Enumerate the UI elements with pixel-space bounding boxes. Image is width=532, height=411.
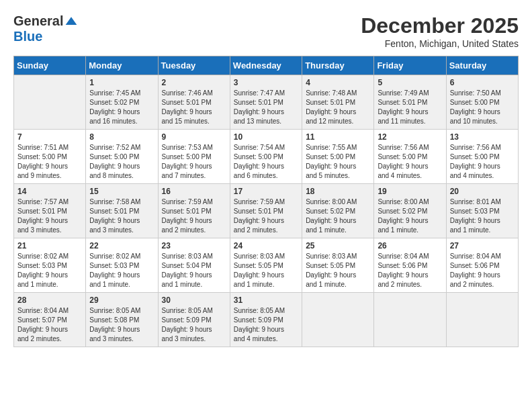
day-info: Sunrise: 7:49 AM Sunset: 5:01 PM Dayligh… [378, 89, 442, 126]
calendar-day-header: Monday [86, 56, 158, 75]
calendar-day-cell: 6Sunrise: 7:50 AM Sunset: 5:00 PM Daylig… [446, 75, 518, 130]
day-info: Sunrise: 7:56 AM Sunset: 5:00 PM Dayligh… [450, 143, 515, 181]
day-number: 21 [17, 241, 82, 250]
day-number: 28 [17, 295, 82, 305]
calendar-day-header: Thursday [302, 56, 374, 75]
calendar-day-cell: 9Sunrise: 7:53 AM Sunset: 5:00 PM Daylig… [158, 130, 230, 184]
calendar-day-cell: 3Sunrise: 7:47 AM Sunset: 5:01 PM Daylig… [230, 75, 302, 130]
calendar-day-cell: 8Sunrise: 7:52 AM Sunset: 5:00 PM Daylig… [86, 130, 158, 184]
day-info: Sunrise: 8:03 AM Sunset: 5:04 PM Dayligh… [162, 252, 226, 289]
calendar-body: 1Sunrise: 7:45 AM Sunset: 5:02 PM Daylig… [14, 75, 519, 347]
day-info: Sunrise: 7:59 AM Sunset: 5:01 PM Dayligh… [234, 197, 298, 235]
day-number: 4 [306, 78, 370, 87]
day-info: Sunrise: 7:57 AM Sunset: 5:01 PM Dayligh… [17, 197, 82, 235]
day-info: Sunrise: 7:50 AM Sunset: 5:00 PM Dayligh… [450, 89, 515, 126]
calendar-day-cell: 14Sunrise: 7:57 AM Sunset: 5:01 PM Dayli… [14, 184, 86, 238]
day-number: 2 [162, 78, 226, 87]
day-number: 27 [450, 241, 515, 250]
calendar-day-cell [302, 293, 374, 347]
day-number: 29 [89, 295, 154, 305]
day-info: Sunrise: 8:04 AM Sunset: 5:07 PM Dayligh… [17, 306, 82, 344]
day-number: 19 [378, 187, 442, 196]
day-number: 25 [306, 241, 370, 250]
calendar-day-cell: 26Sunrise: 8:04 AM Sunset: 5:06 PM Dayli… [374, 238, 446, 293]
day-info: Sunrise: 7:55 AM Sunset: 5:00 PM Dayligh… [306, 143, 370, 181]
calendar-day-cell: 30Sunrise: 8:05 AM Sunset: 5:09 PM Dayli… [158, 293, 230, 347]
day-info: Sunrise: 8:00 AM Sunset: 5:02 PM Dayligh… [378, 197, 442, 235]
calendar-day-cell: 15Sunrise: 7:58 AM Sunset: 5:01 PM Dayli… [86, 184, 158, 238]
day-info: Sunrise: 7:47 AM Sunset: 5:01 PM Dayligh… [234, 89, 298, 126]
calendar-day-cell: 29Sunrise: 8:05 AM Sunset: 5:08 PM Dayli… [86, 293, 158, 347]
day-number: 22 [89, 241, 154, 250]
day-number: 5 [378, 78, 442, 87]
calendar-day-cell [374, 293, 446, 347]
month-title: December 2025 [361, 13, 519, 38]
day-info: Sunrise: 7:58 AM Sunset: 5:01 PM Dayligh… [89, 197, 154, 235]
day-number: 20 [450, 187, 515, 196]
calendar-week-row: 1Sunrise: 7:45 AM Sunset: 5:02 PM Daylig… [14, 75, 519, 130]
day-number: 14 [17, 187, 82, 196]
calendar-day-cell: 21Sunrise: 8:02 AM Sunset: 5:03 PM Dayli… [14, 238, 86, 293]
logo-icon [64, 15, 78, 28]
day-info: Sunrise: 7:56 AM Sunset: 5:00 PM Dayligh… [378, 143, 442, 181]
calendar-day-cell: 1Sunrise: 7:45 AM Sunset: 5:02 PM Daylig… [86, 75, 158, 130]
calendar-week-row: 28Sunrise: 8:04 AM Sunset: 5:07 PM Dayli… [14, 293, 519, 347]
calendar-day-header: Sunday [14, 56, 86, 75]
day-number: 26 [378, 241, 442, 250]
calendar-day-cell: 7Sunrise: 7:51 AM Sunset: 5:00 PM Daylig… [14, 130, 86, 184]
day-number: 23 [162, 241, 226, 250]
calendar-day-cell: 5Sunrise: 7:49 AM Sunset: 5:01 PM Daylig… [374, 75, 446, 130]
calendar-day-cell [446, 293, 518, 347]
day-info: Sunrise: 8:00 AM Sunset: 5:02 PM Dayligh… [306, 197, 370, 235]
day-number: 12 [378, 132, 442, 142]
day-number: 7 [17, 132, 82, 142]
day-number: 9 [162, 132, 226, 142]
calendar-day-cell: 11Sunrise: 7:55 AM Sunset: 5:00 PM Dayli… [302, 130, 374, 184]
day-number: 8 [89, 132, 154, 142]
calendar-day-cell: 24Sunrise: 8:03 AM Sunset: 5:05 PM Dayli… [230, 238, 302, 293]
day-info: Sunrise: 7:46 AM Sunset: 5:01 PM Dayligh… [162, 89, 226, 126]
day-info: Sunrise: 8:02 AM Sunset: 5:03 PM Dayligh… [17, 252, 82, 289]
day-info: Sunrise: 8:05 AM Sunset: 5:09 PM Dayligh… [234, 306, 298, 344]
day-info: Sunrise: 8:01 AM Sunset: 5:03 PM Dayligh… [450, 197, 515, 235]
logo: General Blue [13, 13, 78, 44]
title-block: December 2025 Fenton, Michigan, United S… [361, 13, 519, 49]
calendar-day-header: Tuesday [158, 56, 230, 75]
calendar-day-cell: 27Sunrise: 8:04 AM Sunset: 5:06 PM Dayli… [446, 238, 518, 293]
day-info: Sunrise: 8:05 AM Sunset: 5:09 PM Dayligh… [162, 306, 226, 344]
location-text: Fenton, Michigan, United States [361, 38, 519, 49]
day-number: 31 [234, 295, 298, 305]
calendar-day-cell: 18Sunrise: 8:00 AM Sunset: 5:02 PM Dayli… [302, 184, 374, 238]
calendar-table: SundayMondayTuesdayWednesdayThursdayFrid… [13, 56, 519, 347]
calendar-week-row: 7Sunrise: 7:51 AM Sunset: 5:00 PM Daylig… [14, 130, 519, 184]
day-number: 18 [306, 187, 370, 196]
svg-marker-0 [66, 17, 77, 25]
day-number: 30 [162, 295, 226, 305]
day-number: 6 [450, 78, 515, 87]
day-number: 10 [234, 132, 298, 142]
day-number: 24 [234, 241, 298, 250]
calendar-day-cell: 13Sunrise: 7:56 AM Sunset: 5:00 PM Dayli… [446, 130, 518, 184]
calendar-week-row: 21Sunrise: 8:02 AM Sunset: 5:03 PM Dayli… [14, 238, 519, 293]
calendar-day-cell: 12Sunrise: 7:56 AM Sunset: 5:00 PM Dayli… [374, 130, 446, 184]
day-info: Sunrise: 7:52 AM Sunset: 5:00 PM Dayligh… [89, 143, 154, 181]
calendar-day-cell: 19Sunrise: 8:00 AM Sunset: 5:02 PM Dayli… [374, 184, 446, 238]
page-header: General Blue December 2025 Fenton, Michi… [13, 13, 519, 49]
calendar-day-cell: 20Sunrise: 8:01 AM Sunset: 5:03 PM Dayli… [446, 184, 518, 238]
day-info: Sunrise: 8:04 AM Sunset: 5:06 PM Dayligh… [450, 252, 515, 289]
calendar-week-row: 14Sunrise: 7:57 AM Sunset: 5:01 PM Dayli… [14, 184, 519, 238]
day-number: 13 [450, 132, 515, 142]
day-info: Sunrise: 8:03 AM Sunset: 5:05 PM Dayligh… [234, 252, 298, 289]
day-info: Sunrise: 7:45 AM Sunset: 5:02 PM Dayligh… [89, 89, 154, 126]
day-info: Sunrise: 7:59 AM Sunset: 5:01 PM Dayligh… [162, 197, 226, 235]
logo-general-text: General [13, 13, 63, 29]
day-info: Sunrise: 8:05 AM Sunset: 5:08 PM Dayligh… [89, 306, 154, 344]
day-info: Sunrise: 8:02 AM Sunset: 5:03 PM Dayligh… [89, 252, 154, 289]
calendar-day-cell [14, 75, 86, 130]
calendar-day-cell: 23Sunrise: 8:03 AM Sunset: 5:04 PM Dayli… [158, 238, 230, 293]
day-number: 3 [234, 78, 298, 87]
calendar-header-row: SundayMondayTuesdayWednesdayThursdayFrid… [14, 56, 519, 75]
day-number: 11 [306, 132, 370, 142]
calendar-day-cell: 25Sunrise: 8:03 AM Sunset: 5:05 PM Dayli… [302, 238, 374, 293]
day-number: 1 [89, 78, 154, 87]
